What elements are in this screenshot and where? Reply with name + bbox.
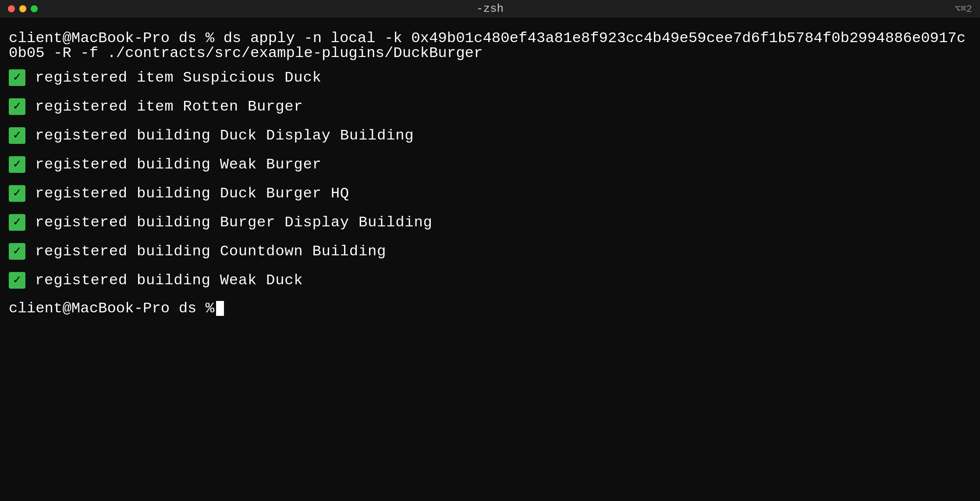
output-line: registered building Burger Display Build… [9,214,971,231]
output-text: registered building Weak Burger [35,157,322,172]
close-button[interactable] [8,5,15,12]
output-text: registered building Duck Burger HQ [35,186,349,201]
output-text: registered building Weak Duck [35,273,303,288]
checkmark-icon [9,69,25,86]
output-line: registered building Weak Burger [9,156,971,173]
window-title: -zsh [476,2,504,15]
title-bar: -zsh ⌥⌘2 [0,0,980,18]
checkmark-icon [9,272,25,289]
output-text: registered item Rotten Burger [35,99,303,114]
checkmark-icon [9,214,25,231]
terminal-body: client@MacBook-Pro ds % ds apply -n loca… [0,18,980,501]
checkmark-icon [9,156,25,173]
cursor [216,301,224,316]
checkmark-icon [9,185,25,202]
output-line: registered building Duck Display Buildin… [9,127,971,144]
checkmark-icon [9,243,25,260]
output-line: registered item Rotten Burger [9,98,971,115]
checkmark-icon [9,98,25,115]
prompt-line: client@MacBook-Pro ds % [9,301,971,316]
output-line: registered building Countdown Building [9,243,971,260]
checkmark-icon [9,127,25,144]
output-line: registered item Suspicious Duck [9,69,971,86]
output-text: registered building Burger Display Build… [35,215,433,230]
output-text: registered building Countdown Building [35,244,386,259]
output-lines: registered item Suspicious Duckregistere… [9,69,971,289]
prompt-text: client@MacBook-Pro ds % [9,301,214,316]
output-text: registered building Duck Display Buildin… [35,128,414,143]
output-line: registered building Weak Duck [9,272,971,289]
output-text: registered item Suspicious Duck [35,70,322,85]
minimize-button[interactable] [19,5,26,12]
command-line: client@MacBook-Pro ds % ds apply -n loca… [9,31,971,61]
terminal-window: -zsh ⌥⌘2 client@MacBook-Pro ds % ds appl… [0,0,980,501]
keyboard-shortcut: ⌥⌘2 [955,3,972,15]
traffic-lights [8,5,38,12]
output-line: registered building Duck Burger HQ [9,185,971,202]
maximize-button[interactable] [31,5,38,12]
